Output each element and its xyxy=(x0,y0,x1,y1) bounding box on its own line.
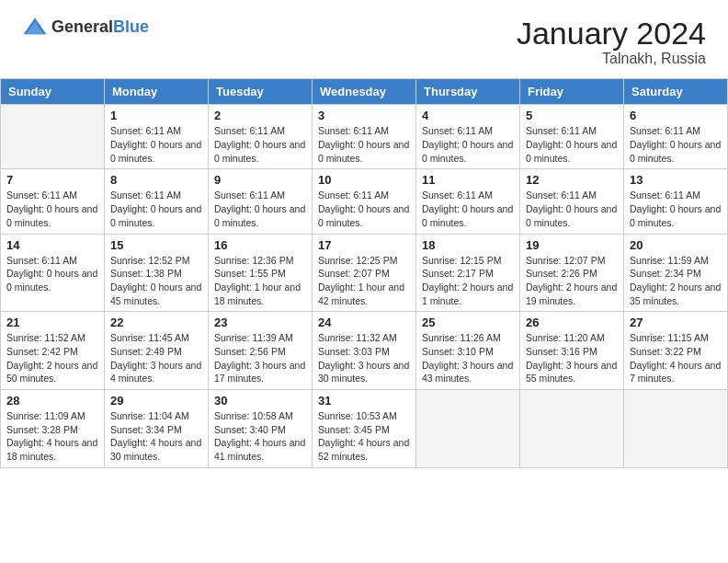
calendar-cell: 10Sunset: 6:11 AM Daylight: 0 hours and … xyxy=(313,169,416,234)
day-info: Sunset: 6:11 AM Daylight: 0 hours and 0 … xyxy=(630,189,722,229)
column-header-sunday: Sunday xyxy=(1,79,105,105)
calendar-cell: 7Sunset: 6:11 AM Daylight: 0 hours and 0… xyxy=(1,169,105,234)
day-info: Sunset: 6:11 AM Daylight: 0 hours and 0 … xyxy=(526,124,618,165)
logo: GeneralBlue xyxy=(22,17,149,37)
calendar-cell: 28Sunrise: 11:09 AM Sunset: 3:28 PM Dayl… xyxy=(1,390,105,468)
calendar-cell: 20Sunrise: 11:59 AM Sunset: 2:34 PM Dayl… xyxy=(624,234,728,312)
calendar-cell: 8Sunset: 6:11 AM Daylight: 0 hours and 0… xyxy=(105,169,209,234)
calendar-cell: 14Sunset: 6:11 AM Daylight: 0 hours and … xyxy=(1,234,105,312)
day-info: Sunset: 6:11 AM Daylight: 0 hours and 0 … xyxy=(110,189,202,229)
day-number: 11 xyxy=(422,173,514,187)
calendar-table: SundayMondayTuesdayWednesdayThursdayFrid… xyxy=(0,78,728,467)
day-number: 20 xyxy=(630,238,722,252)
month-year: January 2024 xyxy=(517,17,706,51)
day-info: Sunset: 6:11 AM Daylight: 0 hours and 0 … xyxy=(526,189,618,229)
day-number: 18 xyxy=(422,238,514,252)
calendar-cell: 17Sunrise: 12:25 PM Sunset: 2:07 PM Dayl… xyxy=(313,234,416,312)
day-number: 29 xyxy=(110,394,202,408)
calendar-cell xyxy=(416,390,520,468)
calendar-cell: 11Sunset: 6:11 AM Daylight: 0 hours and … xyxy=(416,169,520,234)
day-number: 12 xyxy=(526,173,618,187)
day-info: Sunset: 6:11 AM Daylight: 0 hours and 0 … xyxy=(6,254,98,294)
calendar-cell: 21Sunrise: 11:52 AM Sunset: 2:42 PM Dayl… xyxy=(1,312,105,390)
column-header-friday: Friday xyxy=(520,79,624,105)
calendar-cell: 18Sunrise: 12:15 PM Sunset: 2:17 PM Dayl… xyxy=(416,234,520,312)
calendar-cell: 15Sunrise: 12:52 PM Sunset: 1:38 PM Dayl… xyxy=(105,234,209,312)
calendar-cell: 23Sunrise: 11:39 AM Sunset: 2:56 PM Dayl… xyxy=(209,312,313,390)
calendar-cell: 9Sunset: 6:11 AM Daylight: 0 hours and 0… xyxy=(209,169,313,234)
day-info: Sunrise: 10:58 AM Sunset: 3:40 PM Daylig… xyxy=(214,409,306,464)
day-number: 27 xyxy=(630,316,722,329)
day-number: 15 xyxy=(110,238,202,252)
day-number: 6 xyxy=(630,109,722,122)
calendar-cell: 29Sunrise: 11:04 AM Sunset: 3:34 PM Dayl… xyxy=(105,390,209,468)
day-info: Sunrise: 12:36 PM Sunset: 1:55 PM Daylig… xyxy=(214,254,306,308)
day-info: Sunrise: 12:52 PM Sunset: 1:38 PM Daylig… xyxy=(110,254,202,308)
calendar-cell: 12Sunset: 6:11 AM Daylight: 0 hours and … xyxy=(520,169,624,234)
column-header-thursday: Thursday xyxy=(416,79,520,105)
location: Talnakh, Russia xyxy=(517,51,706,67)
day-info: Sunset: 6:11 AM Daylight: 0 hours and 0 … xyxy=(214,124,306,165)
column-header-wednesday: Wednesday xyxy=(313,79,416,105)
day-info: Sunset: 6:11 AM Daylight: 0 hours and 0 … xyxy=(318,189,410,229)
calendar-cell: 1Sunset: 6:11 AM Daylight: 0 hours and 0… xyxy=(105,105,209,169)
calendar-row-3: 14Sunset: 6:11 AM Daylight: 0 hours and … xyxy=(1,234,728,312)
day-info: Sunrise: 11:26 AM Sunset: 3:10 PM Daylig… xyxy=(422,331,514,385)
calendar-row-5: 28Sunrise: 11:09 AM Sunset: 3:28 PM Dayl… xyxy=(1,390,728,468)
calendar-cell: 24Sunrise: 11:32 AM Sunset: 3:03 PM Dayl… xyxy=(313,312,416,390)
day-number: 26 xyxy=(526,316,618,329)
day-number: 23 xyxy=(214,316,306,329)
day-info: Sunrise: 11:20 AM Sunset: 3:16 PM Daylig… xyxy=(526,331,618,385)
column-header-saturday: Saturday xyxy=(624,79,728,105)
day-info: Sunset: 6:11 AM Daylight: 0 hours and 0 … xyxy=(630,124,722,165)
calendar-cell: 2Sunset: 6:11 AM Daylight: 0 hours and 0… xyxy=(209,105,313,169)
day-info: Sunset: 6:11 AM Daylight: 0 hours and 0 … xyxy=(422,189,514,229)
calendar-cell: 27Sunrise: 11:15 AM Sunset: 3:22 PM Dayl… xyxy=(624,312,728,390)
day-number: 7 xyxy=(6,173,98,187)
day-number: 22 xyxy=(110,316,202,329)
day-number: 9 xyxy=(214,173,306,187)
calendar-cell: 3Sunset: 6:11 AM Daylight: 0 hours and 0… xyxy=(313,105,416,169)
header: GeneralBlue January 2024 Talnakh, Russia xyxy=(0,0,728,75)
day-number: 13 xyxy=(630,173,722,187)
day-number: 28 xyxy=(6,394,98,408)
day-info: Sunrise: 12:25 PM Sunset: 2:07 PM Daylig… xyxy=(318,254,410,308)
day-number: 17 xyxy=(318,238,410,252)
calendar-cell xyxy=(624,390,728,468)
day-info: Sunset: 6:11 AM Daylight: 0 hours and 0 … xyxy=(422,124,514,165)
calendar-cell: 31Sunrise: 10:53 AM Sunset: 3:45 PM Dayl… xyxy=(313,390,416,468)
day-info: Sunset: 6:11 AM Daylight: 0 hours and 0 … xyxy=(6,189,98,229)
day-number: 21 xyxy=(6,316,98,329)
logo-text-general: General xyxy=(51,17,113,36)
logo-text-blue: Blue xyxy=(113,17,149,36)
calendar-cell: 26Sunrise: 11:20 AM Sunset: 3:16 PM Dayl… xyxy=(520,312,624,390)
day-info: Sunrise: 12:15 PM Sunset: 2:17 PM Daylig… xyxy=(422,254,514,308)
day-number: 24 xyxy=(318,316,410,329)
calendar-row-2: 7Sunset: 6:11 AM Daylight: 0 hours and 0… xyxy=(1,169,728,234)
day-info: Sunrise: 11:52 AM Sunset: 2:42 PM Daylig… xyxy=(6,331,98,385)
calendar-cell: 30Sunrise: 10:58 AM Sunset: 3:40 PM Dayl… xyxy=(209,390,313,468)
day-number: 30 xyxy=(214,394,306,408)
day-number: 16 xyxy=(214,238,306,252)
day-info: Sunrise: 11:39 AM Sunset: 2:56 PM Daylig… xyxy=(214,331,306,385)
day-info: Sunrise: 11:32 AM Sunset: 3:03 PM Daylig… xyxy=(318,331,410,385)
day-number: 8 xyxy=(110,173,202,187)
calendar-row-4: 21Sunrise: 11:52 AM Sunset: 2:42 PM Dayl… xyxy=(1,312,728,390)
day-number: 3 xyxy=(318,109,410,122)
day-info: Sunrise: 10:53 AM Sunset: 3:45 PM Daylig… xyxy=(318,409,410,464)
day-info: Sunrise: 11:59 AM Sunset: 2:34 PM Daylig… xyxy=(630,254,722,308)
day-number: 2 xyxy=(214,109,306,122)
day-number: 31 xyxy=(318,394,410,408)
column-header-monday: Monday xyxy=(105,79,209,105)
day-number: 25 xyxy=(422,316,514,329)
calendar-header-row: SundayMondayTuesdayWednesdayThursdayFrid… xyxy=(1,79,728,105)
day-info: Sunrise: 12:07 PM Sunset: 2:26 PM Daylig… xyxy=(526,254,618,308)
calendar-cell: 13Sunset: 6:11 AM Daylight: 0 hours and … xyxy=(624,169,728,234)
calendar-cell: 25Sunrise: 11:26 AM Sunset: 3:10 PM Dayl… xyxy=(416,312,520,390)
day-info: Sunrise: 11:15 AM Sunset: 3:22 PM Daylig… xyxy=(630,331,722,385)
day-number: 4 xyxy=(422,109,514,122)
day-info: Sunrise: 11:04 AM Sunset: 3:34 PM Daylig… xyxy=(110,409,202,464)
day-number: 10 xyxy=(318,173,410,187)
title-block: January 2024 Talnakh, Russia xyxy=(517,17,706,67)
calendar-cell: 16Sunrise: 12:36 PM Sunset: 1:55 PM Dayl… xyxy=(209,234,313,312)
